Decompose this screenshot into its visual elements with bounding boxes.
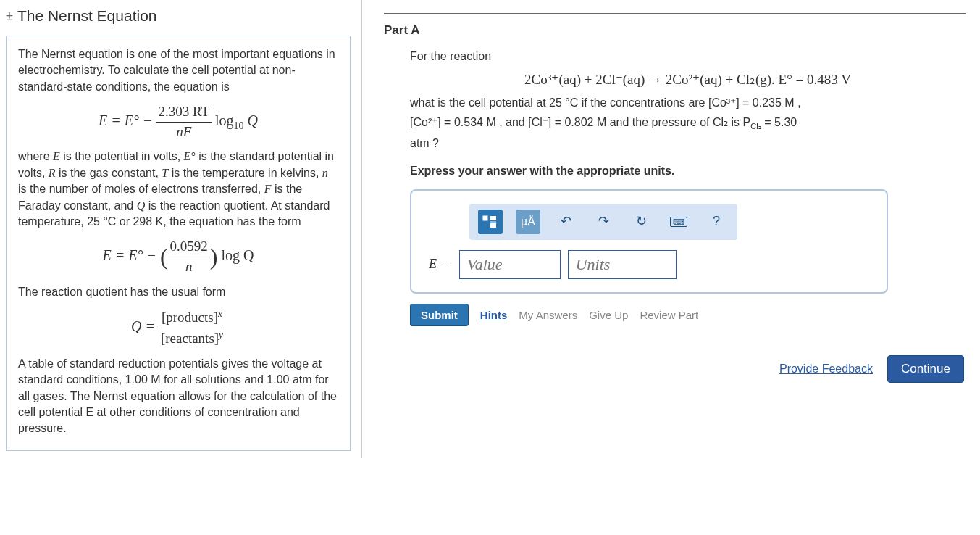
units-input[interactable] [568,250,677,279]
help-icon[interactable]: ? [704,210,729,234]
express-instruction: Express your answer with the appropriate… [410,162,966,181]
my-answers-link[interactable]: My Answers [519,309,577,321]
question-line-3: atm ? [410,135,966,153]
left-panel: ± The Nernst Equation The Nernst equatio… [0,0,362,458]
bottom-row: Provide Feedback Continue [384,355,966,383]
left-title: The Nernst Equation [17,7,157,25]
redo-icon[interactable]: ↷ [591,210,616,234]
value-input[interactable] [459,250,561,279]
keyboard-icon[interactable] [666,210,691,234]
hints-link[interactable]: Hints [480,309,508,321]
question-block: For the reaction 2Co³⁺(aq) + 2Cl⁻(aq) → … [384,48,966,294]
undo-icon[interactable]: ↶ [553,210,578,234]
reaction-equation: 2Co³⁺(aq) + 2Cl⁻(aq) → 2Co²⁺(aq) + Cl₂(g… [410,69,966,90]
intro-para-1: The Nernst equation is one of the most i… [18,46,338,95]
template-icon[interactable] [478,210,503,234]
eq1-frac: 2.303 RT nF [156,102,212,141]
equation-3: Q = [products]x [reactants]y [18,307,338,349]
eq1-den: nF [156,123,212,142]
svg-rect-0 [483,216,487,220]
svg-rect-2 [490,223,496,228]
eq3-lhs: Q = [131,318,159,334]
eq3-den: [reactants]y [159,328,225,349]
eq3-frac: [products]x [reactants]y [159,307,225,349]
equation-2: E = E° − ( 0.0592 n ) log Q [18,237,338,276]
eq2-den: n [168,257,210,277]
eq1-log: log [215,112,234,128]
give-up-link[interactable]: Give Up [589,309,628,321]
eq2-frac: 0.0592 n [168,237,210,276]
right-panel: Part A For the reaction 2Co³⁺(aq) + 2Cl⁻… [362,0,980,458]
answer-widget: µÅ ↶ ↷ ↻ ? E = [410,189,888,294]
units-icon[interactable]: µÅ [516,210,540,234]
answer-label: E = [429,254,449,275]
collapse-icon[interactable]: ± [6,9,13,24]
eq2-tail: log Q [222,247,254,263]
eq2-lhs: E = E° − [103,247,160,263]
answer-toolbar: µÅ ↶ ↷ ↻ ? [469,204,737,240]
question-line-2: [Co²⁺] = 0.534 M , and [Cl⁻] = 0.802 M a… [410,114,966,133]
intro-para-3: The reaction quotient has the usual form [18,284,338,300]
svg-rect-1 [490,216,496,220]
provide-feedback-link[interactable]: Provide Feedback [779,362,873,376]
continue-button[interactable]: Continue [887,355,964,383]
part-title: Part A [384,23,966,38]
eq1-num: 2.303 RT [156,102,212,123]
info-box: The Nernst equation is one of the most i… [6,36,351,451]
eq3-num: [products]x [159,307,225,328]
eq1-q: Q [248,112,258,128]
action-row: Submit Hints My Answers Give Up Review P… [384,304,966,326]
left-title-row: ± The Nernst Equation [6,7,351,25]
question-line-1: what is the cell potential at 25 °C if t… [410,94,966,112]
equation-1: E = E° − 2.303 RT nF log10 Q [18,102,338,141]
review-part-link[interactable]: Review Part [640,309,698,321]
divider [384,13,966,14]
eq1-lhs: E = E° − [99,112,156,128]
eq1-sub: 10 [234,120,244,131]
reset-icon[interactable]: ↻ [629,210,653,234]
submit-button[interactable]: Submit [410,304,469,326]
for-reaction: For the reaction [410,48,966,66]
eq2-num: 0.0592 [168,237,210,257]
intro-para-2: where E is the potential in volts, E° is… [18,149,338,230]
answer-row: E = [429,250,869,279]
intro-para-4: A table of standard reduction potentials… [18,356,338,437]
